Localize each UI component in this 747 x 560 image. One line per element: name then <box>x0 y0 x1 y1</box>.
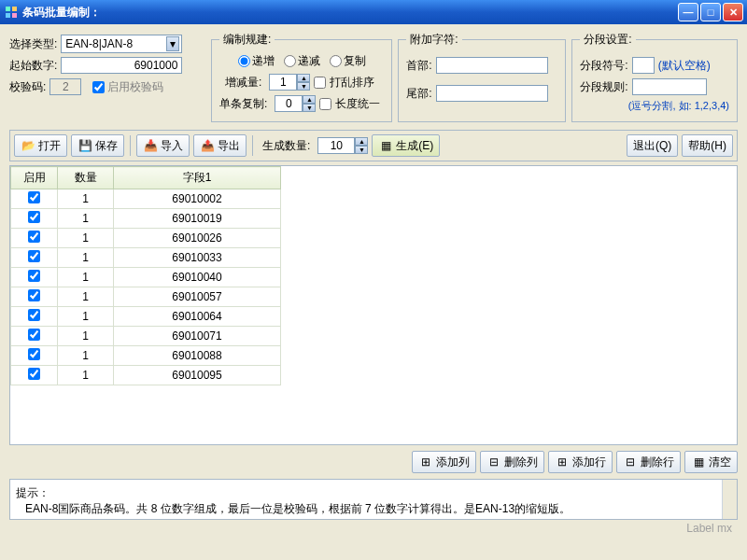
row-qty: 1 <box>58 307 114 327</box>
table-row[interactable]: 169010019 <box>11 209 281 229</box>
gen-count-spinner[interactable]: ▲▼ <box>317 137 368 154</box>
seg-rule-input[interactable] <box>632 78 707 95</box>
row-enable-checkbox[interactable] <box>28 250 40 262</box>
type-value: EAN-8|JAN-8 <box>65 37 133 50</box>
start-number-input[interactable] <box>61 57 182 74</box>
export-button[interactable]: 📤导出 <box>193 134 247 157</box>
row-field1: 69010064 <box>114 307 281 327</box>
row-qty: 1 <box>58 229 114 248</box>
head-input[interactable] <box>436 57 548 74</box>
radio-increment[interactable] <box>238 55 250 67</box>
radio-copy[interactable] <box>330 55 342 67</box>
head-label: 首部: <box>406 58 431 74</box>
table-actions: ⊞添加列 ⊟删除列 ⊞添加行 ⊟删除行 ▦清空 <box>9 451 738 473</box>
row-enable-checkbox[interactable] <box>28 231 40 243</box>
row-field1: 69010040 <box>114 268 281 287</box>
import-button[interactable]: 📥导入 <box>136 134 190 157</box>
enable-check-label: 启用校验码 <box>107 79 163 95</box>
open-button[interactable]: 📂打开 <box>14 134 67 157</box>
col-enabled[interactable]: 启用 <box>11 167 58 189</box>
enable-check-checkbox[interactable] <box>92 81 105 93</box>
hint-text: EAN-8国际商品条码。共 8 位数字组成，最后一位是校验码，根据前 7 位数字… <box>25 502 571 515</box>
hint-label: 提示： <box>16 486 49 499</box>
row-enable-checkbox[interactable] <box>28 329 40 341</box>
row-field1: 69010002 <box>114 189 281 209</box>
svg-rect-2 <box>6 13 10 18</box>
row-enable-checkbox[interactable] <box>28 289 40 301</box>
seg-default-link[interactable]: (默认空格) <box>658 58 711 74</box>
scrollbar[interactable] <box>722 480 737 519</box>
del-col-icon: ⊟ <box>486 455 501 469</box>
rules-group: 编制规建: 递增 递减 复制 增减量: ▲▼ 打乱排序 单条复制: ▲▼ 长度统… <box>211 32 392 122</box>
del-row-button[interactable]: ⊟删除行 <box>616 451 681 473</box>
add-row-button[interactable]: ⊞添加行 <box>548 451 613 473</box>
settings-row: 选择类型: EAN-8|JAN-8 ▾ 起始数字: 校验码: 启用校验码 编制规… <box>9 32 738 122</box>
row-qty: 1 <box>58 248 114 268</box>
save-button[interactable]: 💾保存 <box>71 134 124 157</box>
segment-group: 分段设置: 分段符号: (默认空格) 分段规则: (逗号分割, 如: 1,2,3… <box>571 32 738 122</box>
hint-box: 提示： EAN-8国际商品条码。共 8 位数字组成，最后一位是校验码，根据前 7… <box>9 479 738 520</box>
folder-open-icon: 📂 <box>21 138 35 153</box>
type-label: 选择类型: <box>9 36 57 52</box>
table-row[interactable]: 169010026 <box>11 229 281 248</box>
add-col-button[interactable]: ⊞添加列 <box>412 451 476 473</box>
start-label: 起始数字: <box>9 58 57 74</box>
maximize-button[interactable]: □ <box>700 3 721 21</box>
data-table-container[interactable]: 启用 数量 字段1 169010002169010019169010026169… <box>9 165 738 445</box>
toolbar: 📂打开 💾保存 📥导入 📤导出 生成数量: ▲▼ ▦生成(E) 退出(Q) 帮助… <box>9 130 738 161</box>
clear-icon: ▦ <box>691 455 706 469</box>
row-qty: 1 <box>58 346 114 366</box>
col-field1[interactable]: 字段1 <box>114 167 281 189</box>
table-row[interactable]: 169010064 <box>11 307 281 327</box>
row-enable-checkbox[interactable] <box>28 270 40 282</box>
row-enable-checkbox[interactable] <box>28 309 40 321</box>
row-qty: 1 <box>58 189 114 209</box>
repeat-spinner[interactable]: ▲▼ <box>275 95 316 112</box>
footer-brand: Label mx <box>9 520 738 535</box>
table-row[interactable]: 169010040 <box>11 268 281 287</box>
check-label: 校验码: <box>9 79 46 95</box>
table-row[interactable]: 169010088 <box>11 346 281 366</box>
close-button[interactable]: ✕ <box>723 3 743 21</box>
tail-label: 尾部: <box>406 86 431 102</box>
uniform-length-checkbox[interactable] <box>319 98 331 110</box>
title-bar: 条码批量编制： — □ ✕ <box>0 0 747 24</box>
exit-button[interactable]: 退出(Q) <box>627 134 678 157</box>
import-icon: 📥 <box>143 138 158 153</box>
minimize-button[interactable]: — <box>678 3 698 21</box>
tail-input[interactable] <box>436 85 548 102</box>
shuffle-checkbox[interactable] <box>314 77 326 89</box>
export-icon: 📤 <box>200 138 215 153</box>
step-spinner[interactable]: ▲▼ <box>269 74 310 91</box>
row-qty: 1 <box>58 268 114 287</box>
row-field1: 69010088 <box>114 346 281 366</box>
svg-rect-1 <box>12 7 17 11</box>
row-qty: 1 <box>58 327 114 346</box>
row-enable-checkbox[interactable] <box>28 191 40 203</box>
repeat-label: 单条复制: <box>219 96 267 112</box>
table-row[interactable]: 169010002 <box>11 189 281 209</box>
del-col-button[interactable]: ⊟删除列 <box>480 451 544 473</box>
radio-decrement[interactable] <box>284 55 296 67</box>
data-table: 启用 数量 字段1 169010002169010019169010026169… <box>10 166 281 385</box>
svg-rect-3 <box>12 13 17 18</box>
row-enable-checkbox[interactable] <box>28 368 40 380</box>
help-button[interactable]: 帮助(H) <box>682 134 733 157</box>
col-qty[interactable]: 数量 <box>58 167 114 189</box>
seg-symbol-input[interactable] <box>632 57 655 74</box>
table-row[interactable]: 169010057 <box>11 287 281 307</box>
table-row[interactable]: 169010033 <box>11 248 281 268</box>
segment-legend: 分段设置: <box>580 32 635 48</box>
row-field1: 69010026 <box>114 229 281 248</box>
seg-hint: (逗号分割, 如: 1,2,3,4) <box>580 99 729 113</box>
table-row[interactable]: 169010071 <box>11 327 281 346</box>
append-legend: 附加字符: <box>406 32 461 48</box>
type-combo[interactable]: EAN-8|JAN-8 ▾ <box>61 35 182 53</box>
row-enable-checkbox[interactable] <box>28 348 40 360</box>
clear-button[interactable]: ▦清空 <box>684 451 738 473</box>
row-qty: 1 <box>58 287 114 307</box>
generate-button[interactable]: ▦生成(E) <box>372 134 440 157</box>
seg-symbol-label: 分段符号: <box>580 58 627 74</box>
table-row[interactable]: 169010095 <box>11 366 281 385</box>
row-enable-checkbox[interactable] <box>28 211 40 223</box>
